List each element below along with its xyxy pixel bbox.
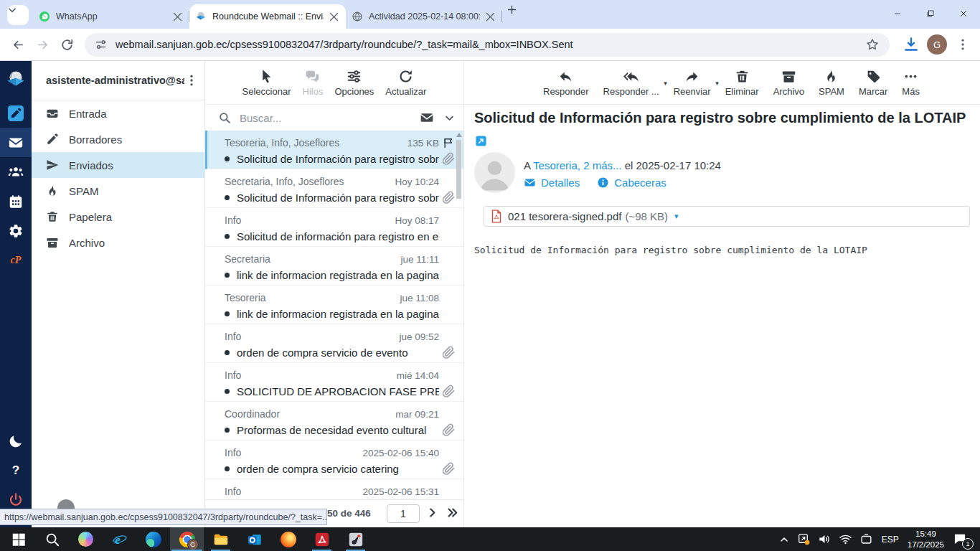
spam-button[interactable]: SPAM ▾ <box>811 69 852 97</box>
roundcube-logo-button[interactable] <box>0 61 32 98</box>
folder-papelera[interactable]: Papelera <box>32 204 204 230</box>
site-info-icon[interactable] <box>95 38 108 51</box>
message-row[interactable]: Info Hoy 08:17 Solicitud de información … <box>205 208 463 247</box>
attachment-name[interactable]: 021 tesorera-signed.pdf <box>508 210 621 222</box>
page-number-input[interactable] <box>387 504 420 523</box>
search-expand-chevron-icon[interactable] <box>444 113 455 123</box>
external-link-icon[interactable] <box>475 135 487 147</box>
message-sender: Tesoreria <box>225 292 400 303</box>
url-text[interactable]: webmail.sanjuan.gob.ec/cpsess9100832047/… <box>116 39 859 50</box>
maximize-button[interactable] <box>914 0 947 27</box>
reply-all-button[interactable]: Responder ... ▾ <box>596 69 666 97</box>
toolbar-button-label: Responder ... <box>603 86 659 97</box>
explorer-app[interactable] <box>204 527 237 551</box>
search-scope-envelope-icon[interactable] <box>420 110 434 125</box>
mail-nav-button[interactable] <box>0 128 32 157</box>
message-row[interactable]: Secretaria jue 11:11 link de informacion… <box>205 247 463 286</box>
display-icon[interactable] <box>859 532 873 546</box>
more-button[interactable]: Más ▾ <box>895 69 927 97</box>
reply-button[interactable]: Responder ▾ <box>536 69 596 97</box>
folder-entrada[interactable]: Entrada <box>32 100 204 126</box>
message-row[interactable]: Tesoreria, Info, Joseflores 135 KB Solic… <box>205 131 463 169</box>
copilot-app[interactable] <box>69 527 103 551</box>
bookmark-star-icon[interactable] <box>865 37 880 52</box>
notification-center-button[interactable]: 1 <box>953 532 971 547</box>
refresh-button[interactable]: Actualizar <box>382 69 429 97</box>
profile-avatar[interactable]: G <box>927 34 947 55</box>
tab-close-icon[interactable] <box>484 11 496 23</box>
archive-button[interactable]: Archivo ▾ <box>766 69 811 97</box>
tab-close-icon[interactable] <box>328 11 340 23</box>
globe-icon <box>352 11 363 22</box>
folder-borradores[interactable]: Borradores <box>32 126 204 152</box>
threads-button[interactable]: Hilos <box>300 69 326 97</box>
acrobat-app[interactable] <box>305 527 339 551</box>
list-scrollbar[interactable] <box>456 133 462 199</box>
settings-nav-button[interactable] <box>0 216 32 245</box>
message-row[interactable]: Secretaria, Info, Joseflores Hoy 10:24 S… <box>205 169 463 208</box>
outlook-app[interactable] <box>237 527 271 551</box>
firefox-icon <box>281 532 296 547</box>
scrollbar-thumb[interactable] <box>456 140 461 199</box>
details-link[interactable]: Detalles <box>524 176 580 189</box>
language-indicator[interactable]: ESP <box>882 534 899 545</box>
scrollbar-up-arrow[interactable] <box>456 133 462 137</box>
more-recipients-link[interactable]: 2 más... <box>583 159 621 171</box>
options-button[interactable]: Opciones <box>331 69 377 97</box>
mark-button[interactable]: Marcar ▾ <box>852 69 895 97</box>
search-input[interactable] <box>238 111 415 125</box>
message-row[interactable]: Info mié 14:04 SOLICITUD DE APROBACION F… <box>205 363 463 402</box>
chrome-app[interactable]: G <box>170 527 204 551</box>
address-bar[interactable]: webmail.sanjuan.gob.ec/cpsess9100832047/… <box>85 33 890 57</box>
attachment-row[interactable]: 021 tesorera-signed.pdf (~98 KB) ▾ <box>484 206 970 227</box>
forward-button[interactable] <box>30 32 55 57</box>
last-page-icon[interactable] <box>445 507 460 519</box>
message-row[interactable]: Info jue 09:52 orden de compra servicio … <box>205 324 463 363</box>
tray-chevron-up-icon[interactable] <box>778 534 790 545</box>
message-row[interactable]: Coordinador mar 09:21 Proformas de neces… <box>205 402 463 441</box>
folder-enviados[interactable]: Enviados <box>32 152 204 178</box>
next-page-icon[interactable] <box>426 507 438 519</box>
edge-app[interactable] <box>136 527 170 551</box>
message-row[interactable]: Info 2025-02-06 15:31 <box>205 479 463 500</box>
tab-roundcube[interactable]: Roundcube Webmail :: Enviados <box>189 4 346 29</box>
message-row[interactable]: Info 2025-02-06 15:40 orden de compra se… <box>205 441 463 479</box>
firefox-app[interactable] <box>271 527 305 551</box>
start-button[interactable] <box>1 527 35 551</box>
tab-whatsapp[interactable]: WhatsApp <box>33 4 189 29</box>
tab-search-button[interactable] <box>7 5 29 25</box>
tab-actividad[interactable]: Actividad 2025-02-14 08:00:00 <box>346 4 502 29</box>
folder-archivo[interactable]: Archivo <box>32 230 204 255</box>
account-menu-kebab-icon[interactable] <box>184 73 199 88</box>
volume-icon[interactable] <box>818 532 831 546</box>
wifi-icon[interactable] <box>839 532 852 546</box>
teams-tray-icon[interactable] <box>797 532 811 546</box>
minimize-button[interactable] <box>881 0 914 27</box>
message-row[interactable]: Tesoreria jue 11:08 link de informacion … <box>205 286 463 324</box>
help-button[interactable]: ? <box>0 456 32 485</box>
delete-button[interactable]: Eliminar ▾ <box>718 69 766 97</box>
attachment-caret-icon[interactable]: ▾ <box>674 212 679 221</box>
download-icon[interactable] <box>903 36 920 53</box>
select-button[interactable]: Seleccionar <box>240 69 294 97</box>
close-window-button[interactable] <box>947 0 980 27</box>
folder-spam[interactable]: SPAM <box>32 178 204 204</box>
back-button[interactable] <box>6 32 30 57</box>
java-app[interactable] <box>339 527 372 551</box>
browser-menu-kebab-icon[interactable] <box>956 37 970 52</box>
taskbar-clock[interactable]: 15:49 17/2/2025 <box>908 529 944 550</box>
ie-app[interactable]: e <box>103 527 136 551</box>
taskbar-search-button[interactable] <box>35 527 69 551</box>
reload-button[interactable] <box>55 32 79 57</box>
calendar-nav-button[interactable] <box>0 187 32 216</box>
new-tab-button[interactable] <box>507 4 527 24</box>
tab-close-icon[interactable] <box>171 11 184 23</box>
compose-button[interactable] <box>0 98 32 128</box>
recipient-link[interactable]: Tesoreria, <box>533 159 580 171</box>
forward-button[interactable]: Reenviar ▾ <box>666 69 718 97</box>
headers-link[interactable]: Cabeceras <box>597 176 666 189</box>
window-controls <box>881 0 980 27</box>
cpanel-button[interactable]: cP <box>0 245 32 275</box>
dark-mode-button[interactable] <box>0 426 32 456</box>
contacts-nav-button[interactable] <box>0 157 32 187</box>
